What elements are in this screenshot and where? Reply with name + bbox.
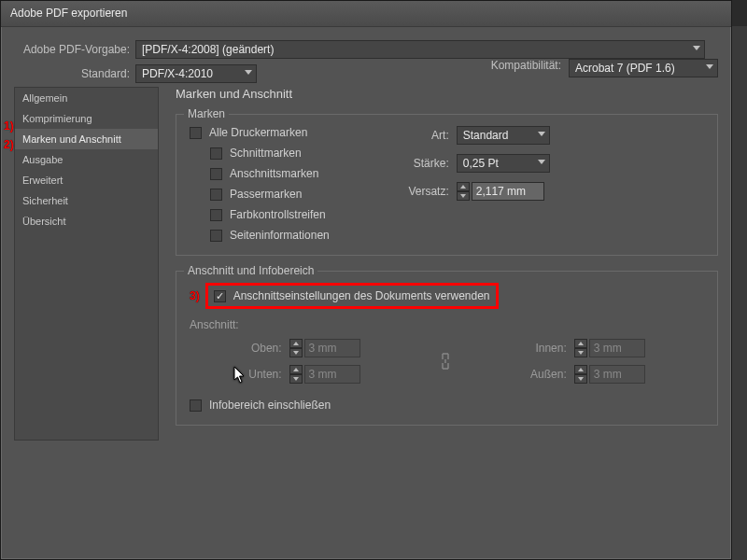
- include-slug-checkbox[interactable]: [190, 399, 202, 412]
- marks-fieldset: Marken Alle Druckermarken Schnittmarken …: [176, 114, 718, 256]
- page-info-checkbox[interactable]: [210, 230, 222, 242]
- link-icon: [438, 348, 453, 374]
- right-side-panel: [732, 26, 747, 560]
- bleed-subtitle: Anschnitt:: [190, 318, 704, 331]
- compat-dropdown[interactable]: Acrobat 7 (PDF 1.6): [569, 59, 718, 77]
- offset-input[interactable]: 2,117 mm: [472, 182, 544, 201]
- bleed-bottom-label: Unten:: [190, 368, 282, 381]
- chevron-down-icon: [693, 46, 700, 50]
- highlight-use-document-bleed: Anschnittseinstellungen des Dokuments ve…: [205, 283, 499, 309]
- chevron-down-icon: [538, 132, 545, 136]
- bleed-inner-spinner: [574, 339, 587, 357]
- bleed-values-grid: Oben: 3 mm Innen: 3 mm Unten: 3 mm Außen…: [190, 339, 704, 384]
- bleed-fieldset: Anschnitt und Infobereich 3) Anschnittse…: [176, 271, 718, 426]
- dialog-content: Adobe PDF-Vorgabe: [PDF/X-4:2008] (geänd…: [1, 27, 731, 441]
- sidebar-item-general[interactable]: Allgemein: [15, 88, 158, 108]
- bleed-outer-value: 3 mm: [589, 365, 645, 384]
- chevron-down-icon: [706, 64, 713, 69]
- mark-weight-dropdown[interactable]: 0,25 Pt: [457, 154, 550, 173]
- bleed-outer-spinner: [574, 365, 587, 384]
- compat-value: Acrobat 7 (PDF 1.6): [575, 62, 675, 75]
- color-bars-checkbox[interactable]: [210, 209, 222, 221]
- all-printer-marks-label: Alle Druckermarken: [209, 126, 307, 139]
- registration-marks-checkbox[interactable]: [210, 189, 222, 201]
- sidebar-item-compression[interactable]: Komprimierung: [15, 108, 158, 129]
- standard-value: PDF/X-4:2010: [142, 67, 213, 80]
- bleed-outer-label: Außen:: [472, 368, 567, 381]
- offset-spinner[interactable]: [457, 182, 470, 201]
- chevron-down-icon: [538, 160, 545, 164]
- marks-legend: Marken: [184, 107, 229, 120]
- include-slug-label: Infobereich einschließen: [209, 399, 331, 412]
- marks-bleed-panel: Marken und Anschnitt Marken Alle Drucker…: [176, 87, 718, 441]
- standard-label: Standard:: [14, 67, 130, 80]
- main-split: Allgemein Komprimierung Marken und Ansch…: [14, 87, 718, 441]
- bleed-legend: Anschnitt und Infobereich: [184, 264, 317, 277]
- preset-dropdown[interactable]: [PDF/X-4:2008] (geändert): [135, 40, 705, 59]
- sidebar-item-advanced[interactable]: Erweitert: [15, 170, 158, 190]
- bleed-bottom-spinner: [289, 365, 303, 384]
- bleed-top-value: 3 mm: [304, 339, 360, 357]
- mark-weight-label: Stärke:: [395, 157, 449, 170]
- export-pdf-dialog: Adobe PDF exportieren Adobe PDF-Vorgabe:…: [0, 0, 732, 560]
- chevron-down-icon: [245, 70, 252, 75]
- bleed-top-spinner: [289, 339, 303, 357]
- standard-dropdown[interactable]: PDF/X-4:2010: [135, 64, 257, 83]
- all-printer-marks-checkbox[interactable]: [190, 127, 202, 139]
- category-sidebar: Allgemein Komprimierung Marken und Ansch…: [14, 87, 159, 441]
- window-titlebar: Adobe PDF exportieren: [1, 1, 731, 27]
- use-document-bleed-label: Anschnittseinstellungen des Dokuments ve…: [233, 289, 490, 302]
- preset-label: Adobe PDF-Vorgabe:: [14, 43, 130, 56]
- preset-value: [PDF/X-4:2008] (geändert): [142, 43, 274, 56]
- bleed-inner-value: 3 mm: [589, 339, 645, 357]
- crop-marks-checkbox[interactable]: [210, 147, 222, 160]
- mark-type-dropdown[interactable]: Standard: [457, 126, 550, 145]
- sidebar-item-security[interactable]: Sicherheit: [15, 190, 158, 211]
- compat-label: Kompatibilität:: [491, 59, 561, 77]
- use-document-bleed-checkbox[interactable]: [214, 290, 226, 302]
- mark-offset-label: Versatz:: [395, 185, 449, 198]
- bleed-top-label: Oben:: [190, 342, 282, 355]
- annotation-marker-3: 3): [190, 289, 200, 302]
- bleed-bottom-value: 3 mm: [304, 365, 360, 384]
- bleed-inner-label: Innen:: [472, 342, 567, 355]
- sidebar-item-output[interactable]: Ausgabe: [15, 149, 158, 170]
- sidebar-item-marks-bleed[interactable]: Marken und Anschnitt: [15, 129, 158, 149]
- sidebar-item-summary[interactable]: Übersicht: [15, 211, 158, 231]
- mark-type-label: Art:: [395, 129, 449, 142]
- window-title: Adobe PDF exportieren: [10, 7, 127, 20]
- panel-title: Marken und Anschnitt: [176, 87, 718, 101]
- bleed-marks-checkbox[interactable]: [210, 168, 222, 180]
